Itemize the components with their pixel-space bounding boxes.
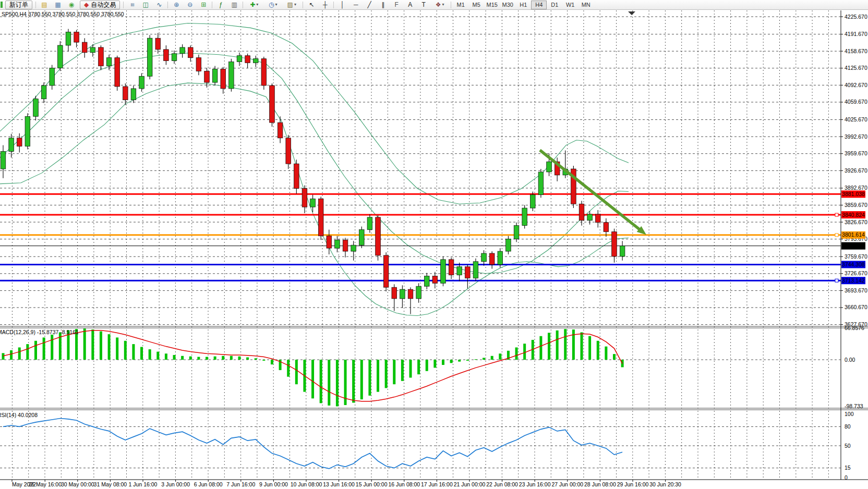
level-line-handle[interactable] xyxy=(835,279,838,282)
timeframe-m30[interactable]: M30 xyxy=(500,1,515,9)
candle-body xyxy=(25,116,30,146)
price-axis-label: 4225.670 xyxy=(845,14,867,20)
macd-histogram-bar xyxy=(246,357,249,360)
chart-background xyxy=(0,10,868,489)
market-signals-icon[interactable]: ◉ xyxy=(65,1,78,9)
candle-body xyxy=(99,47,104,66)
candle-body xyxy=(172,54,177,61)
data-window-icon[interactable]: ▥ xyxy=(227,1,241,9)
new-order-button[interactable]: 新订单 xyxy=(5,1,32,9)
timeframe-h4[interactable]: H4 xyxy=(531,1,547,9)
templates-icon[interactable]: ▨▾ xyxy=(282,1,301,9)
toolbar-separator xyxy=(212,2,212,8)
candle-body xyxy=(457,267,462,275)
vertical-line-icon[interactable]: │ xyxy=(335,1,349,9)
toolbar-separator xyxy=(167,2,168,8)
candle-body xyxy=(261,59,267,85)
timeframe-w1[interactable]: W1 xyxy=(562,1,578,9)
price-axis-label: 3726.670 xyxy=(845,270,867,276)
zoom-out-icon[interactable]: ⊖ xyxy=(183,1,197,9)
macd-histogram-bar xyxy=(368,360,371,396)
time-axis-label: 9 Jun 00:00 xyxy=(259,481,288,487)
macd-histogram-bar xyxy=(238,357,240,360)
level-line-handle[interactable] xyxy=(835,234,838,237)
toolbar: 新订单▤▦◉◆自动交易≡◫∿⊕⊖⊞ƒ▥✚▾◷▾▨▾↖┼│─╱∥FAT❖▾M1M5… xyxy=(0,0,868,10)
price-axis-label: 4125.670 xyxy=(845,65,867,71)
indicators-icon[interactable]: ƒ xyxy=(214,1,227,9)
periods-icon[interactable]: ◷▾ xyxy=(263,1,282,9)
timeframe-m15[interactable]: M15 xyxy=(484,1,500,9)
candle-body xyxy=(579,204,584,221)
macd-histogram-bar xyxy=(572,329,575,360)
timeframe-d1[interactable]: D1 xyxy=(547,1,562,9)
trendline-icon[interactable]: ╱ xyxy=(363,1,376,9)
macd-histogram-bar xyxy=(499,353,501,360)
candlestick-chart-icon: ◫ xyxy=(143,1,149,9)
macd-histogram-bar xyxy=(197,357,200,360)
shapes-icon[interactable]: ❖▾ xyxy=(430,1,449,9)
candle-body xyxy=(17,138,22,146)
toolbar-separator xyxy=(303,2,303,8)
equidistant-channel-icon[interactable]: ∥ xyxy=(376,1,390,9)
text-label-icon[interactable]: T xyxy=(417,1,430,9)
level-line-handle[interactable] xyxy=(835,213,838,216)
profiles-icon[interactable]: ▦ xyxy=(51,1,65,9)
candle-body xyxy=(245,56,250,63)
price-axis-label: 3959.670 xyxy=(845,150,867,156)
candle-body xyxy=(531,194,536,208)
cursor-icon[interactable]: ↖ xyxy=(305,1,318,9)
add-indicator-icon[interactable]: ✚▾ xyxy=(245,1,263,9)
macd-histogram-bar xyxy=(564,329,566,360)
market-signals-icon: ◉ xyxy=(69,1,74,9)
price-level-badge-text: 3713.142 xyxy=(842,277,865,284)
timeframe-m5[interactable]: M5 xyxy=(468,1,484,9)
candle-body xyxy=(465,267,471,278)
candle-body xyxy=(441,260,446,283)
time-axis-label: 21 Jun 00:00 xyxy=(454,481,486,487)
zoom-in-icon[interactable]: ⊕ xyxy=(170,1,183,9)
macd-histogram-bar xyxy=(214,357,216,360)
line-chart-icon[interactable]: ∿ xyxy=(152,1,166,9)
chevron-down-icon: ▾ xyxy=(294,1,296,9)
candlestick-chart-icon[interactable]: ◫ xyxy=(139,1,152,9)
zoom-in-icon: ⊕ xyxy=(174,1,179,9)
price-axis-label: 3859.670 xyxy=(845,202,867,208)
price-axis-label: 3693.670 xyxy=(845,287,867,294)
macd-histogram-bar xyxy=(18,347,21,360)
macd-histogram-bar xyxy=(116,337,118,360)
macd-histogram-bar xyxy=(417,360,420,374)
time-axis-label: 27 Jun 00:00 xyxy=(551,481,583,487)
macd-histogram-bar xyxy=(51,335,53,360)
timeframe-h1[interactable]: H1 xyxy=(515,1,531,9)
fibonacci-icon[interactable]: F xyxy=(390,1,403,9)
candle-body xyxy=(408,289,413,299)
timeframe-m1[interactable]: M1 xyxy=(453,1,468,9)
tile-windows-icon: ⊞ xyxy=(201,1,206,9)
chart-area[interactable]: 4225.6704191.6704158.6704125.6704092.670… xyxy=(0,0,868,489)
crosshair-icon[interactable]: ┼ xyxy=(318,1,332,9)
new-chart-icon[interactable]: ▤ xyxy=(38,1,51,9)
autotrading-button[interactable]: ◆自动交易 xyxy=(80,1,120,9)
time-axis-label: 6 Jun 08:00 xyxy=(194,481,223,487)
macd-histogram-bar xyxy=(295,360,298,384)
macd-axis-label: 0.00 xyxy=(845,357,855,363)
macd-histogram-bar xyxy=(491,356,493,360)
new-chart-icon: ▤ xyxy=(41,1,47,9)
macd-axis-label: 66.8576 xyxy=(845,325,864,331)
price-level-badge-text: 3744.308 xyxy=(842,261,865,267)
macd-histogram-bar xyxy=(539,336,542,360)
macd-histogram-bar xyxy=(605,347,607,360)
macd-histogram-bar xyxy=(597,341,599,360)
macd-histogram-bar xyxy=(474,359,477,360)
timeframe-mn[interactable]: MN xyxy=(578,1,594,9)
candle-body xyxy=(481,253,487,262)
text-icon[interactable]: A xyxy=(403,1,417,9)
horizontal-line-icon[interactable]: ─ xyxy=(349,1,363,9)
candle-body xyxy=(33,99,39,117)
rsi-axis-label: 80 xyxy=(845,423,851,430)
macd-histogram-bar xyxy=(91,329,94,360)
trendline-icon: ╱ xyxy=(368,1,371,9)
bar-chart-icon[interactable]: ≡ xyxy=(125,1,139,9)
macd-histogram-bar xyxy=(588,336,591,360)
tile-windows-icon[interactable]: ⊞ xyxy=(197,1,210,9)
